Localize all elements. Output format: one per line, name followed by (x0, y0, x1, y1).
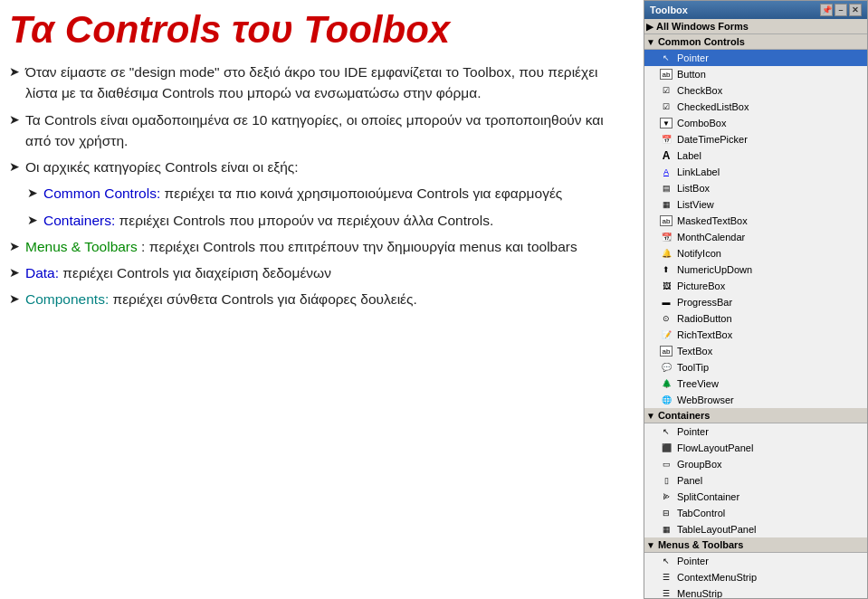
toolbox-item-checkedlistbox[interactable]: ☑ CheckedListBox (644, 99, 867, 115)
item-numericupdown-label: NumericUpDown (677, 264, 752, 275)
minimize-button[interactable]: – (835, 4, 847, 16)
tooltip-icon: 💬 (659, 360, 673, 375)
close-button[interactable]: ✕ (849, 4, 862, 16)
maskedtextbox-icon: ab (659, 214, 673, 228)
item-listview-label: ListView (677, 199, 714, 210)
bullet-menus: ➤ Menus & Toolbars : περιέχει Controls π… (9, 236, 625, 257)
pin-button[interactable]: 📌 (820, 4, 833, 16)
common-controls-label: Common Controls: (43, 185, 160, 201)
toolbox-panel: Toolbox 📌 – ✕ ▶ All Windows Forms ▼ Comm… (644, 0, 868, 599)
paragraph-3: ➤ Οι αρχικές κατηγορίες Controls είναι ο… (9, 157, 625, 177)
section-menus-toolbars[interactable]: ▼ Menus & Toolbars (644, 537, 867, 553)
toolbox-item-listbox[interactable]: ▤ ListBox (644, 180, 867, 196)
button-icon: ab (659, 67, 673, 81)
splitcontainer-icon: ⫸ (659, 490, 673, 504)
item-combobox-label: ComboBox (677, 118, 726, 128)
toolbox-item-containers-pointer[interactable]: ↖ Pointer (644, 423, 867, 440)
toolbox-item-tooltip[interactable]: 💬 ToolTip (644, 359, 867, 376)
paragraph-2: ➤ Τα Controls είναι ομαδοποιημένα σε 10 … (9, 109, 625, 152)
toolbox-item-flowlayoutpanel[interactable]: ⬛ FlowLayoutPanel (644, 440, 867, 456)
checkedlistbox-icon: ☑ (659, 100, 673, 114)
toolbox-item-panel[interactable]: ▯ Panel (644, 472, 867, 489)
item-pointer-label: Pointer (677, 52, 709, 63)
section-common-controls[interactable]: ▼ Common Controls (644, 34, 867, 50)
richtextbox-icon: 📝 (659, 328, 673, 342)
item-tooltip-label: ToolTip (677, 362, 709, 373)
toolbox-item-textbox[interactable]: ab TextBox (644, 343, 867, 359)
listbox-icon: ▤ (659, 181, 673, 195)
toolbox-title: Toolbox (650, 5, 688, 15)
toolbox-item-tablelayoutpanel[interactable]: ▦ TableLayoutPanel (644, 521, 867, 537)
item-contextmenustrip-label: ContextMenuStrip (677, 572, 757, 583)
sub-bullet-common-text: Common Controls: περιέχει τα πιο κοινά χ… (43, 183, 625, 204)
section-all-label: All Windows Forms (656, 21, 749, 32)
section-all-windows-forms[interactable]: ▶ All Windows Forms (644, 19, 867, 34)
section-menus-label: Menus & Toolbars (658, 539, 744, 550)
toolbox-item-treeview[interactable]: 🌲 TreeView (644, 376, 867, 392)
item-treeview-label: TreeView (677, 378, 719, 389)
toolbox-item-splitcontainer[interactable]: ⫸ SplitContainer (644, 489, 867, 505)
section-containers[interactable]: ▼ Containers (644, 408, 867, 423)
section-menus-collapse-icon: ▼ (646, 540, 655, 550)
paragraph-3-text: Οι αρχικές κατηγορίες Controls είναι οι … (25, 157, 625, 177)
toolbox-item-groupbox[interactable]: ▭ GroupBox (644, 456, 867, 472)
linklabel-icon: A (659, 165, 673, 179)
tablelayoutpanel-icon: ▦ (659, 522, 673, 537)
checkbox-icon: ☑ (659, 83, 673, 98)
toolbox-item-checkbox[interactable]: ☑ CheckBox (644, 82, 867, 99)
data-label: Data: (25, 265, 59, 280)
numericupdown-icon: ⬆ (659, 262, 673, 277)
toolbox-item-maskedtextbox[interactable]: ab MaskedTextBox (644, 213, 867, 229)
treeview-icon: 🌲 (659, 376, 673, 391)
toolbox-item-monthcalendar[interactable]: 📆 MonthCalendar (644, 229, 867, 245)
item-containers-pointer-label: Pointer (677, 426, 709, 437)
toolbox-titlebar: Toolbox 📌 – ✕ (644, 1, 867, 19)
toolbox-item-linklabel[interactable]: A LinkLabel (644, 164, 867, 180)
toolbox-item-label[interactable]: A Label (644, 147, 867, 164)
arrow-icon-8: ➤ (9, 290, 20, 309)
section-containers-collapse-icon: ▼ (646, 411, 655, 421)
item-monthcalendar-label: MonthCalendar (677, 232, 745, 242)
notifyicon-icon: 🔔 (659, 246, 673, 261)
arrow-icon-4: ➤ (27, 184, 38, 203)
toolbox-item-progressbar[interactable]: ▬ ProgressBar (644, 294, 867, 310)
section-collapse-icon: ▶ (646, 22, 653, 32)
listview-icon: ▦ (659, 197, 673, 212)
item-menustrip-label: MenuStrip (677, 588, 722, 598)
toolbox-item-webbrowser[interactable]: 🌐 WebBrowser (644, 392, 867, 408)
menustrip-icon: ☰ (659, 586, 673, 598)
item-linklabel-label: LinkLabel (677, 166, 720, 177)
toolbox-item-radiobutton[interactable]: ⊙ RadioButton (644, 310, 867, 327)
toolbox-item-picturebox[interactable]: 🖼 PictureBox (644, 278, 867, 294)
bullet-components-text: Components: περιέχει σύνθετα Controls γι… (25, 289, 625, 309)
item-flowlayoutpanel-label: FlowLayoutPanel (677, 442, 753, 453)
item-checkbox-label: CheckBox (677, 85, 722, 96)
toolbox-item-datetimepicker[interactable]: 📅 DateTimePicker (644, 131, 867, 147)
arrow-icon-1: ➤ (9, 62, 20, 81)
item-richtextbox-label: RichTextBox (677, 329, 732, 340)
picturebox-icon: 🖼 (659, 279, 673, 293)
sub-bullet-containers-text: Containers: περιέχει Controls που μπορού… (43, 210, 625, 231)
toolbox-item-tabcontrol[interactable]: ⊟ TabControl (644, 505, 867, 521)
paragraph-1: ➤ Όταν είμαστε σε "design mode" στο δεξι… (9, 62, 625, 104)
toolbox-item-richtextbox[interactable]: 📝 RichTextBox (644, 327, 867, 343)
toolbox-item-contextmenustrip[interactable]: ☰ ContextMenuStrip (644, 569, 867, 585)
item-checkedlistbox-label: CheckedListBox (677, 101, 749, 112)
webbrowser-icon: 🌐 (659, 393, 673, 407)
content-body: ➤ Όταν είμαστε σε "design mode" στο δεξι… (9, 62, 625, 310)
toolbox-item-listview[interactable]: ▦ ListView (644, 196, 867, 213)
toolbox-item-menus-pointer[interactable]: ↖ Pointer (644, 553, 867, 569)
toolbox-item-button[interactable]: ab Button (644, 66, 867, 82)
toolbox-item-combobox[interactable]: ▼ ComboBox (644, 115, 867, 131)
containers-pointer-icon: ↖ (659, 424, 673, 439)
section-common-collapse-icon: ▼ (646, 37, 655, 47)
toolbox-item-menustrip[interactable]: ☰ MenuStrip (644, 585, 867, 598)
flowlayoutpanel-icon: ⬛ (659, 441, 673, 455)
toolbox-item-pointer[interactable]: ↖ Pointer (644, 50, 867, 66)
toolbox-item-notifyicon[interactable]: 🔔 NotifyIcon (644, 245, 867, 261)
sub-bullet-common: ➤ Common Controls: περιέχει τα πιο κοινά… (9, 183, 625, 204)
titlebar-buttons: 📌 – ✕ (820, 4, 862, 16)
arrow-icon-5: ➤ (27, 211, 38, 230)
toolbox-item-numericupdown[interactable]: ⬆ NumericUpDown (644, 261, 867, 278)
item-webbrowser-label: WebBrowser (677, 395, 734, 405)
